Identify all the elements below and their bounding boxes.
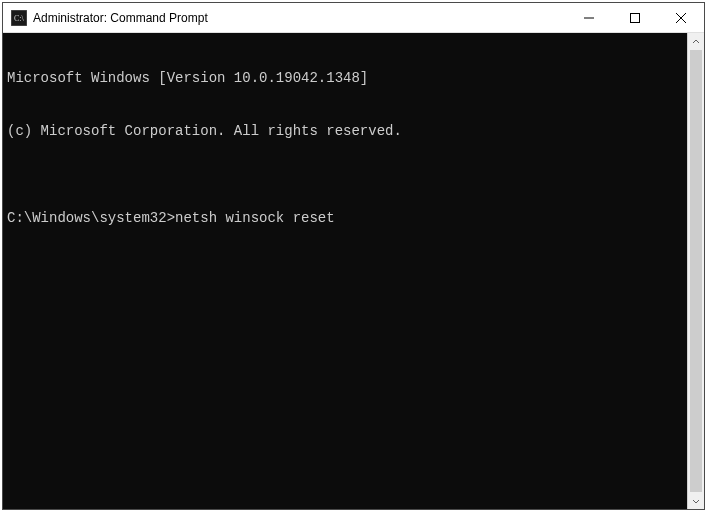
minimize-button[interactable] xyxy=(566,3,612,32)
output-line: (c) Microsoft Corporation. All rights re… xyxy=(7,123,683,141)
window-controls xyxy=(566,3,704,32)
close-button[interactable] xyxy=(658,3,704,32)
output-line: Microsoft Windows [Version 10.0.19042.13… xyxy=(7,70,683,88)
titlebar[interactable]: C:\ Administrator: Command Prompt xyxy=(3,3,704,33)
vertical-scrollbar[interactable] xyxy=(687,33,704,509)
cmd-icon: C:\ xyxy=(11,10,27,26)
svg-text:C:\: C:\ xyxy=(14,14,25,23)
svg-rect-3 xyxy=(631,13,640,22)
window-title: Administrator: Command Prompt xyxy=(33,11,566,25)
terminal-output[interactable]: Microsoft Windows [Version 10.0.19042.13… xyxy=(3,33,687,509)
terminal-area: Microsoft Windows [Version 10.0.19042.13… xyxy=(3,33,704,509)
scroll-down-button[interactable] xyxy=(688,492,704,509)
minimize-icon xyxy=(584,13,594,23)
maximize-icon xyxy=(630,13,640,23)
command-input[interactable]: netsh winsock reset xyxy=(175,210,335,226)
prompt-line: C:\Windows\system32>netsh winsock reset xyxy=(7,210,683,228)
close-icon xyxy=(676,13,686,23)
maximize-button[interactable] xyxy=(612,3,658,32)
scroll-thumb[interactable] xyxy=(690,50,702,492)
prompt: C:\Windows\system32> xyxy=(7,210,175,226)
scroll-track[interactable] xyxy=(688,50,704,492)
chevron-up-icon xyxy=(692,38,700,46)
chevron-down-icon xyxy=(692,497,700,505)
command-prompt-window: C:\ Administrator: Command Prompt xyxy=(2,2,705,510)
scroll-up-button[interactable] xyxy=(688,33,704,50)
